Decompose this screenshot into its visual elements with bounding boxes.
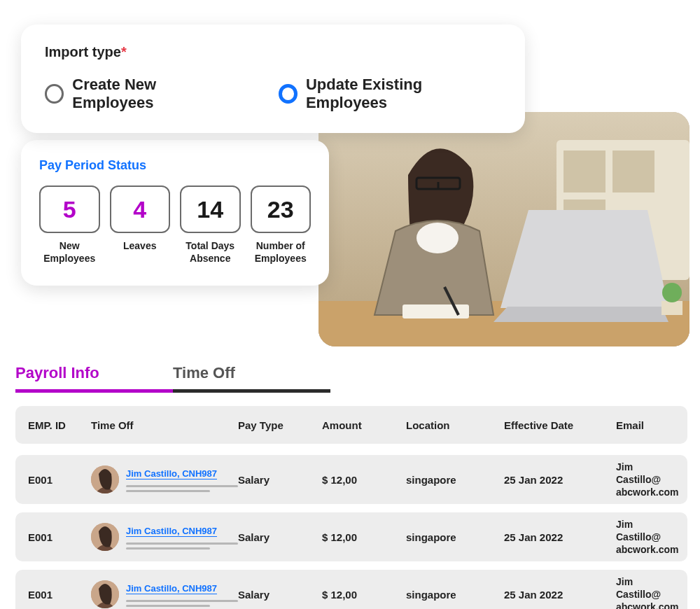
- radio-icon: [279, 84, 298, 104]
- cell-effective-date: 25 Jan 2022: [504, 531, 616, 543]
- employee-lines: Jim Castillo, CNH987: [126, 582, 238, 607]
- svg-rect-12: [402, 304, 469, 318]
- avatar: [91, 465, 119, 493]
- cell-email: Jim Castillo@ abcwork.com: [616, 575, 678, 609]
- radio-icon: [45, 84, 64, 104]
- import-type-radio-group: Create New Employees Update Existing Emp…: [45, 76, 501, 112]
- import-type-label: Import type*: [45, 44, 501, 60]
- svg-rect-3: [612, 150, 654, 192]
- stat-box: 5: [39, 186, 100, 233]
- tab-bar: Payroll Info Time Off: [15, 364, 330, 393]
- employee-name-link[interactable]: Jim Castillo, CNH987: [126, 526, 217, 537]
- th-time-off: Time Off: [91, 419, 238, 431]
- pay-period-stats: 5 New Employees 4 Leaves 14 Total Days A…: [39, 186, 311, 265]
- th-location: Location: [406, 419, 504, 431]
- cell-effective-date: 25 Jan 2022: [504, 589, 616, 601]
- stat-value: 4: [133, 196, 146, 223]
- pay-period-card: Pay Period Status 5 New Employees 4 Leav…: [21, 140, 329, 286]
- svg-rect-2: [564, 150, 606, 192]
- table-row[interactable]: E001 Jim Castillo, CNH987 Salary $ 12,00…: [15, 512, 687, 561]
- stat-label: Number of Employees: [251, 240, 312, 265]
- cell-pay-type: Salary: [238, 474, 322, 486]
- employee-name-link[interactable]: Jim Castillo, CNH987: [126, 583, 217, 594]
- radio-label: Update Existing Employees: [306, 76, 501, 112]
- import-type-label-text: Import type: [45, 44, 121, 59]
- placeholder-bar: [126, 547, 210, 550]
- cell-emp-id: E001: [28, 474, 91, 486]
- svg-point-15: [662, 283, 682, 302]
- stat-total-days-absence: 14 Total Days Absence: [180, 186, 241, 265]
- tab-payroll-info[interactable]: Payroll Info: [15, 364, 173, 393]
- cell-location: singapore: [406, 589, 504, 601]
- hero-image: [318, 112, 690, 346]
- cell-effective-date: 25 Jan 2022: [504, 474, 616, 486]
- tab-time-off[interactable]: Time Off: [173, 364, 330, 393]
- svg-point-11: [416, 223, 458, 253]
- table-row[interactable]: E001 Jim Castillo, CNH987 Salary $ 12,00…: [15, 455, 687, 504]
- placeholder-bar: [126, 490, 210, 492]
- import-type-card: Import type* Create New Employees Update…: [21, 24, 525, 133]
- cell-pay-type: Salary: [238, 531, 322, 543]
- payroll-table: EMP. ID Time Off Pay Type Amount Locatio…: [15, 406, 687, 609]
- avatar: [91, 523, 119, 551]
- placeholder-bar: [126, 485, 238, 487]
- stat-leaves: 4 Leaves: [110, 186, 171, 265]
- table-row[interactable]: E001 Jim Castillo, CNH987 Salary $ 12,00…: [15, 570, 687, 609]
- stat-label: New Employees: [39, 240, 100, 265]
- svg-marker-7: [493, 307, 668, 322]
- cell-location: singapore: [406, 474, 504, 486]
- stat-box: 14: [180, 186, 241, 233]
- stat-new-employees: 5 New Employees: [39, 186, 100, 265]
- stat-label: Leaves: [110, 240, 171, 253]
- cell-emp-id: E001: [28, 531, 91, 543]
- pay-period-title: Pay Period Status: [39, 158, 311, 173]
- cell-amount: $ 12,00: [322, 474, 406, 486]
- cell-location: singapore: [406, 531, 504, 543]
- stat-box: 4: [110, 186, 171, 233]
- radio-create-new-employees[interactable]: Create New Employees: [45, 76, 237, 112]
- stat-label: Total Days Absence: [180, 240, 241, 265]
- cell-amount: $ 12,00: [322, 531, 406, 543]
- th-pay-type: Pay Type: [238, 419, 322, 431]
- table-header-row: EMP. ID Time Off Pay Type Amount Locatio…: [15, 406, 687, 444]
- employee-lines: Jim Castillo, CNH987: [126, 524, 238, 550]
- stat-value: 5: [63, 196, 76, 223]
- cell-email: Jim Castillo@ abcwork.com: [616, 518, 678, 556]
- cell-employee: Jim Castillo, CNH987: [91, 523, 238, 551]
- stat-value: 14: [197, 196, 223, 223]
- th-amount: Amount: [322, 419, 406, 431]
- th-effective-date: Effective Date: [504, 419, 616, 431]
- cell-pay-type: Salary: [238, 589, 322, 601]
- employee-name-link[interactable]: Jim Castillo, CNH987: [126, 468, 217, 479]
- radio-label: Create New Employees: [72, 76, 236, 112]
- avatar: [91, 580, 119, 608]
- th-email: Email: [616, 419, 675, 431]
- cell-amount: $ 12,00: [322, 589, 406, 601]
- stat-value: 23: [267, 196, 294, 223]
- cell-employee: Jim Castillo, CNH987: [91, 465, 238, 493]
- cell-employee: Jim Castillo, CNH987: [91, 580, 238, 608]
- cell-emp-id: E001: [28, 589, 91, 601]
- svg-marker-6: [500, 210, 668, 308]
- required-asterisk: *: [121, 44, 127, 59]
- radio-update-existing-employees[interactable]: Update Existing Employees: [279, 76, 502, 112]
- stat-box: 23: [251, 186, 312, 233]
- svg-rect-14: [662, 301, 682, 315]
- stat-number-of-employees: 23 Number of Employees: [251, 186, 312, 265]
- placeholder-bar: [126, 600, 238, 602]
- th-emp-id: EMP. ID: [28, 419, 91, 431]
- placeholder-bar: [126, 542, 238, 545]
- cell-email: Jim Castillo@ abcwork.com: [616, 461, 678, 499]
- placeholder-bar: [126, 605, 210, 607]
- employee-lines: Jim Castillo, CNH987: [126, 467, 238, 492]
